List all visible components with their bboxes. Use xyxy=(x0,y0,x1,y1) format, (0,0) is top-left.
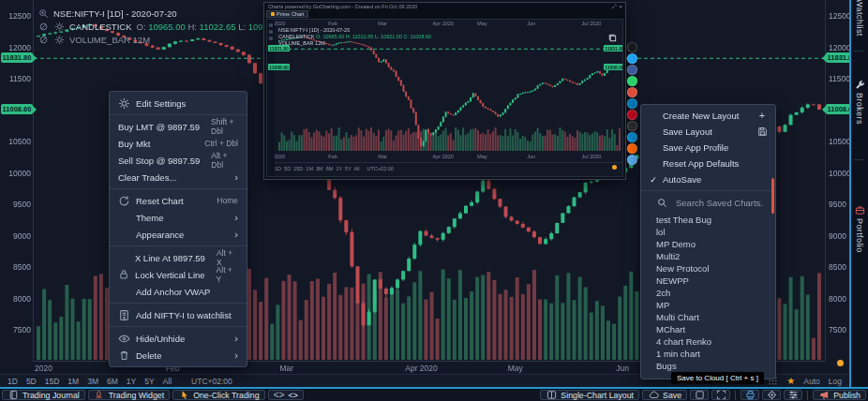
sidebar-tab-brokers[interactable]: Brokers xyxy=(851,79,868,125)
range-6m[interactable]: 6M xyxy=(107,377,118,386)
menu-item-edit-settings[interactable]: Edit Settings xyxy=(110,95,247,111)
symbol-search-icon[interactable] xyxy=(37,7,49,19)
expand-button[interactable] xyxy=(711,390,730,400)
saved-chart-mchart[interactable]: MChart xyxy=(641,323,775,335)
share-email-icon[interactable] xyxy=(627,121,637,131)
copy-icon[interactable] xyxy=(606,32,618,43)
share-facebook-icon[interactable] xyxy=(627,65,637,75)
share-whatsapp-icon[interactable] xyxy=(627,76,637,86)
menu-item-label: X Line At 9897.59 xyxy=(135,253,205,263)
hide-volume-icon[interactable] xyxy=(37,34,49,45)
close-icon[interactable]: × xyxy=(619,4,622,10)
menu-item-buy-mkt[interactable]: Buy MktCtrl + Dbl xyxy=(110,135,247,152)
auto-scale-toggle[interactable]: Auto xyxy=(803,377,820,386)
menu-item-theme[interactable]: Theme› xyxy=(110,209,247,226)
share-x-icon[interactable] xyxy=(627,42,637,52)
target-button[interactable] xyxy=(762,390,781,400)
menu-item-lock-vertical-line[interactable]: Lock Vertical LineAlt + Y xyxy=(110,266,247,283)
range-3m[interactable]: 3M xyxy=(87,377,98,386)
pointer-icon xyxy=(178,390,189,401)
menu-item-reset-app-defaults[interactable]: Reset App Defaults xyxy=(641,156,775,171)
hide-series-icon[interactable] xyxy=(37,21,49,32)
price-tick: 7500 xyxy=(4,325,31,334)
menu-item-add-anchor-vwap[interactable]: Add Anchor VWAP xyxy=(110,283,247,300)
share-telegram-icon[interactable] xyxy=(627,132,637,142)
share-google-plus-icon[interactable] xyxy=(627,87,637,97)
menu-item-create-new-layout[interactable]: Create New Layout+ xyxy=(641,108,775,124)
search-input[interactable] xyxy=(674,197,768,209)
sidebar-tab-watchlist[interactable]: Watchlist xyxy=(851,0,868,37)
menu-item-x-line-at-9897-59[interactable]: X Line At 9897.59Alt + X xyxy=(110,249,247,266)
sidebar-tab-portfolio[interactable]: Portfolio xyxy=(851,204,868,253)
preview-time-label: Apr 2020 xyxy=(433,154,454,159)
trading-widget-button[interactable]: Trading Widget xyxy=(88,390,170,400)
menu-item-save-layout[interactable]: Save Layout xyxy=(641,124,775,140)
menu-item-label: Appearance xyxy=(136,230,184,240)
mixerh-button[interactable] xyxy=(784,390,802,400)
saved-chart-1-min-chart[interactable]: 1 min chart xyxy=(641,348,775,360)
range-1y[interactable]: 1Y xyxy=(127,377,136,386)
share-twitter-icon[interactable] xyxy=(627,53,637,64)
saved-chart-test-thea-bug[interactable]: test Thea Bug xyxy=(641,214,775,226)
saved-chart-mp[interactable]: MP xyxy=(641,299,775,311)
floppy-icon xyxy=(756,126,768,138)
button-label: Single-Chart Layout xyxy=(561,391,634,400)
preview-price-pill: 11831.80 xyxy=(604,45,623,52)
saved-chart-multi2[interactable]: Multi2 xyxy=(641,250,775,262)
preview-window-controls[interactable]: ⤢× xyxy=(612,4,622,10)
preview-price-pill: 11008.60 xyxy=(268,64,290,70)
share-pinterest-icon[interactable] xyxy=(627,110,637,120)
printer-button[interactable] xyxy=(741,390,759,400)
menu-item-save-app-profile[interactable]: Save App Profile xyxy=(641,140,775,156)
tab-prime-chart[interactable]: Prime Chart xyxy=(266,10,308,18)
publish-button[interactable]: Publish xyxy=(813,390,866,400)
saved-chart-newpp[interactable]: NEWPP xyxy=(641,275,775,287)
menu-item-clear-trades[interactable]: Clear Trades...› xyxy=(110,169,247,186)
range-5y[interactable]: 5Y xyxy=(144,377,154,386)
trading-journal-button[interactable]: Trading Journal xyxy=(2,390,85,400)
preview-price-pill: 11008.60 xyxy=(604,64,623,70)
range-1d[interactable]: 1D xyxy=(7,377,18,386)
menu-item-sell-stop-9897-59[interactable]: Sell Stop @ 9897.59Alt + Dbl xyxy=(110,152,247,169)
saved-chart-multi-chart[interactable]: Multi Chart xyxy=(641,311,775,323)
range-5d[interactable]: 5D xyxy=(26,377,37,386)
menu-item-appearance[interactable]: Appearance› xyxy=(110,226,247,243)
menu-item-autosave[interactable]: ✓AutoSave xyxy=(641,171,775,187)
range-15d[interactable]: 15D xyxy=(45,377,60,386)
log-scale-toggle[interactable]: Log xyxy=(829,377,842,386)
preview-symbol-title: NSE:NIFTY-I [1D] - 2020-07-20 xyxy=(278,27,431,34)
save-button[interactable]: Save xyxy=(642,390,687,400)
volume-settings-icon[interactable] xyxy=(53,34,65,45)
menu-item-add-nifty-i-to-watchlist[interactable]: Add NIFTY-I to watchlist xyxy=(110,306,247,323)
timezone-label[interactable]: UTC+02:00 xyxy=(191,377,232,386)
symbol-title: NSE:NIFTY-I [1D] - 2020-07-20 xyxy=(53,8,177,19)
preview-toolbar[interactable] xyxy=(267,20,275,176)
saved-chart-new-protocol[interactable]: New Protocol xyxy=(641,262,775,275)
saved-chart-bugs[interactable]: Bugs xyxy=(641,360,775,372)
menu-item-reset-chart[interactable]: Reset ChartHome xyxy=(110,192,247,209)
menu-item-buy-lmt-9897-59[interactable]: Buy LMT @ 9897.59Shift + Dbl xyxy=(110,118,247,135)
share-skype-icon[interactable] xyxy=(627,155,637,165)
share-reddit-icon[interactable] xyxy=(627,143,637,154)
saved-chart-2ch[interactable]: 2ch xyxy=(641,287,775,299)
menu-scrollbar[interactable] xyxy=(771,178,774,214)
preview-time-axis-bottom: 2020FebMarApr 2020MayJunJul 2020 xyxy=(275,154,622,160)
saved-chart-lol[interactable]: lol xyxy=(641,226,775,238)
one-click-trading-button[interactable]: One-Click Trading xyxy=(172,390,264,400)
range-all[interactable]: All xyxy=(163,377,172,386)
item-button[interactable]: <><> xyxy=(268,390,304,400)
menu-item-label: Sell Stop @ 9897.59 xyxy=(118,156,200,166)
expand-icon[interactable]: ⤢ xyxy=(612,4,617,10)
menu-item-delete[interactable]: Delete› xyxy=(110,347,247,364)
series-settings-icon[interactable] xyxy=(53,21,65,32)
price-tick: 8500 xyxy=(4,262,31,272)
share-linkedin-icon[interactable] xyxy=(627,98,637,109)
favorite-star-icon[interactable]: ★ xyxy=(786,377,795,386)
range-1m[interactable]: 1M xyxy=(67,377,79,386)
saved-chart-mp-demo[interactable]: MP Demo xyxy=(641,238,775,250)
menu-item-hide-unhide[interactable]: Hide/Unhide› xyxy=(110,330,247,347)
saved-chart-4-chart-renko[interactable]: 4 chart Renko xyxy=(641,335,775,348)
checkbox-button[interactable] xyxy=(690,390,709,400)
submenu-arrow-icon: › xyxy=(234,350,238,361)
single-chart-layout-button[interactable]: Single-Chart Layout xyxy=(540,390,639,400)
